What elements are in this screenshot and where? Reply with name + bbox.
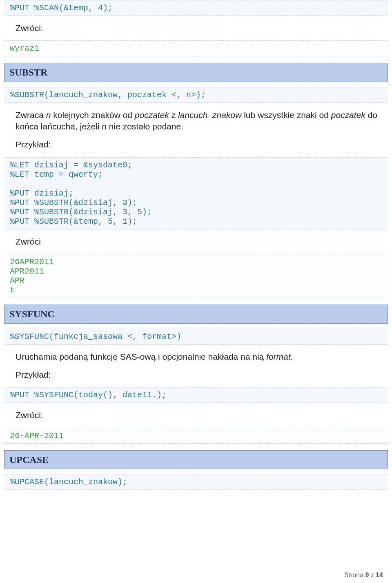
text-italic-lancuch: lancuch_znakow [178,110,241,120]
label-example-1: Przykład: [0,139,392,150]
text-italic-n: n [46,110,51,120]
text-sysfunc-description: Uruchamia podaną funkcję SAS-ową i opcjo… [0,351,392,363]
footer-prefix: Strona [344,572,365,579]
text-fragment: . [291,352,293,361]
footer-mid: z [369,572,376,579]
text-fragment: z [169,110,178,120]
output-block-substr: 26APR2011 APR2011 APR t [4,254,388,298]
text-fragment: Zwraca [16,110,46,120]
code-block-scan: %PUT %SCAN(&temp, 4); [4,0,388,16]
text-fragment: kolejnych znaków od [51,110,134,120]
code-block-sysfunc-signature: %SYSFUNC(funkcja_sasowa <, format>) [4,329,388,345]
text-italic-n2: n [102,122,107,131]
page-footer: Strona 9 z 14 [344,571,383,580]
page-container: %PUT %SCAN(&temp, 4); Zwróci: wyraz1 SUB… [0,0,392,583]
heading-substr: SUBSTR [4,63,388,82]
text-substr-description: Zwraca n kolejnych znaków od poczatek z … [0,109,392,133]
code-block-substr-example: %LET dzisiaj = &sysdate9; %LET temp = qw… [4,157,388,229]
text-fragment: nie zostało podane. [107,122,183,131]
footer-page-total: 14 [376,572,383,579]
output-block-wyraz1: wyraz1 [4,40,388,56]
code-block-upcase-signature: %UPCASE(lancuch_znakow); [4,474,388,490]
text-fragment: Uruchamia podaną funkcję SAS-ową i opcjo… [16,352,266,361]
text-italic-poczatek: poczatek [135,110,169,120]
output-block-sysfunc: 26-APR-2011 [4,428,388,444]
label-zwroci-2: Zwróci [0,236,392,247]
text-italic-poczatek2: poczatek [331,110,365,120]
code-block-sysfunc-example: %PUT %SYSFUNC(today(), date11.); [4,387,388,403]
heading-sysfunc: SYSFUNC [4,305,388,323]
label-zwroci-3: Zwróci: [0,409,392,421]
footer-page-current: 9 [365,572,369,579]
heading-upcase: UPCASE [4,450,388,469]
text-italic-format: format [266,352,291,361]
label-example-2: Przykład: [0,369,392,381]
label-zwroci-1: Zwróci: [0,22,392,34]
text-fragment: lub wszystkie znaki od [241,110,331,120]
code-block-substr-signature: %SUBSTR(lancuch_znakow, poczatek <, n>); [4,87,388,103]
